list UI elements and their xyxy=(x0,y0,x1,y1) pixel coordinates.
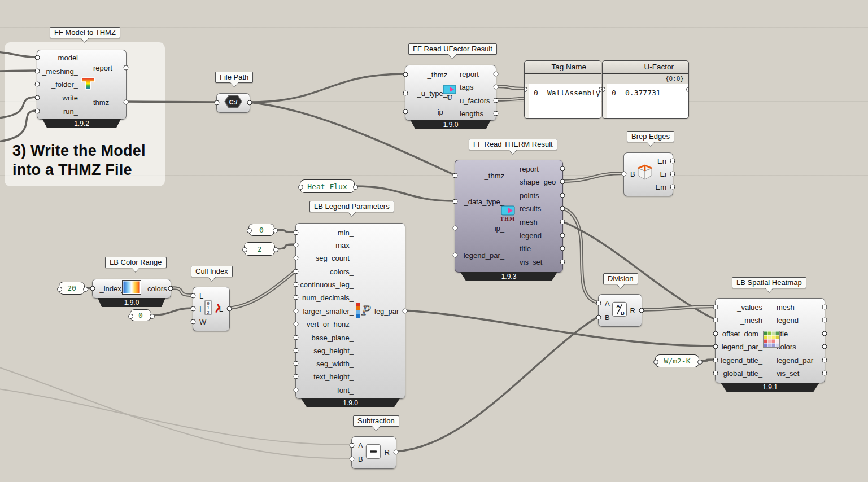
wire[interactable] xyxy=(229,271,295,308)
panel-p2[interactable]: 2 xyxy=(244,242,275,256)
output-port-lengths[interactable] xyxy=(494,111,499,116)
input-port-run_[interactable] xyxy=(35,109,40,114)
input-port-max_[interactable] xyxy=(294,243,299,248)
output-port-legend[interactable] xyxy=(822,318,827,323)
output-port-title[interactable] xyxy=(560,246,565,251)
output-port-R[interactable] xyxy=(639,308,644,313)
output-port-filepath[interactable] xyxy=(247,100,252,106)
output-port-report[interactable] xyxy=(494,72,499,77)
input-port-_folder_[interactable] xyxy=(35,82,40,87)
in-port-p0b[interactable] xyxy=(128,314,133,319)
output-port-tags[interactable] xyxy=(494,85,499,90)
output-port-colors[interactable] xyxy=(822,344,827,349)
output-port-title[interactable] xyxy=(822,331,827,336)
output-port-Em[interactable] xyxy=(670,185,675,190)
input-port-ip_[interactable] xyxy=(403,109,408,115)
input-port-_u_type_[interactable] xyxy=(403,91,408,96)
out-port-t_uf[interactable] xyxy=(686,87,689,92)
output-port-L[interactable] xyxy=(227,306,232,312)
in-port-wm2k[interactable] xyxy=(653,360,658,365)
wire[interactable] xyxy=(151,308,193,316)
component-crange[interactable]: _index_colors 1.9.0 xyxy=(92,279,171,299)
input-port-legend_par_[interactable] xyxy=(453,253,458,258)
panel-heatflux[interactable]: Heat Flux xyxy=(300,179,355,193)
in-port-p2[interactable] xyxy=(242,247,247,252)
output-port-u_factors[interactable] xyxy=(494,98,499,103)
panel-p0a[interactable]: 0 xyxy=(248,224,274,236)
input-port-vert_or_horiz_[interactable] xyxy=(294,322,299,327)
wire[interactable] xyxy=(355,186,455,201)
input-port-B[interactable] xyxy=(596,315,601,320)
wire[interactable] xyxy=(0,71,37,71)
wire[interactable] xyxy=(0,97,37,119)
input-port-L[interactable] xyxy=(191,293,196,299)
input-port-I[interactable] xyxy=(191,306,196,312)
grasshopper-canvas[interactable]: 3) Write the Model into a THMZ File _mod… xyxy=(0,0,868,482)
wire[interactable] xyxy=(395,317,598,452)
input-port-min_[interactable] xyxy=(294,230,299,235)
input-port-filepath[interactable] xyxy=(215,100,220,106)
out-port-p0b[interactable] xyxy=(150,314,155,319)
out-port-p0a[interactable] xyxy=(273,228,278,233)
input-port-_meshing_[interactable] xyxy=(35,69,40,74)
panel-wm2k[interactable]: W/m2-K xyxy=(655,354,699,367)
input-port-num_decimals_[interactable] xyxy=(294,295,299,300)
input-port-A[interactable] xyxy=(596,301,601,306)
input-port-ip_[interactable] xyxy=(453,226,458,231)
data-panel-t_tag[interactable]: Tag Name0WallAssembly xyxy=(524,60,601,119)
input-port-_thmz[interactable] xyxy=(453,173,458,178)
input-port-_model[interactable] xyxy=(35,55,40,60)
input-port-seg_height_[interactable] xyxy=(294,348,299,353)
input-port-continuous_leg_[interactable] xyxy=(294,282,299,287)
input-port-_thmz[interactable] xyxy=(403,72,408,77)
out-port-p20[interactable] xyxy=(83,287,88,292)
component-heatmap[interactable]: _values_meshoffset_dom_legend_par_legend… xyxy=(715,298,825,383)
input-port-_write[interactable] xyxy=(35,95,40,100)
input-port-_index_[interactable] xyxy=(90,286,95,291)
wire[interactable] xyxy=(0,52,37,57)
in-port-p20[interactable] xyxy=(57,287,62,292)
wire[interactable] xyxy=(249,74,405,102)
in-port-p0a[interactable] xyxy=(247,228,252,233)
output-port-mesh[interactable] xyxy=(822,305,827,310)
in-port-heatflux[interactable] xyxy=(298,185,303,190)
input-port-legend_title_[interactable] xyxy=(713,358,718,363)
output-port-report[interactable] xyxy=(124,65,129,71)
input-port-B[interactable] xyxy=(350,457,355,462)
input-port-A[interactable] xyxy=(350,443,355,448)
wire[interactable] xyxy=(0,111,37,142)
output-port-legend[interactable] xyxy=(560,233,565,238)
out-port-p2[interactable] xyxy=(273,247,278,252)
input-port-seg_width_[interactable] xyxy=(294,361,299,366)
out-port-heatflux[interactable] xyxy=(353,185,358,190)
output-port-En[interactable] xyxy=(670,159,675,164)
output-port-colors[interactable] xyxy=(168,286,173,291)
component-therm[interactable]: _thmz_data_type_ip_legend_par_reportshap… xyxy=(455,160,563,273)
wire[interactable] xyxy=(404,310,715,346)
input-port-base_plane_[interactable] xyxy=(294,335,299,340)
wire[interactable] xyxy=(562,208,598,303)
data-panel-t_uf[interactable]: U-Factor{0;0}00.377731 xyxy=(602,60,689,119)
output-port-mesh[interactable] xyxy=(560,220,565,225)
out-port-wm2k[interactable] xyxy=(697,360,703,365)
input-port-colors_[interactable] xyxy=(294,269,299,274)
output-port-thmz[interactable] xyxy=(124,100,129,105)
component-subtraction[interactable]: ABR xyxy=(351,436,396,469)
input-port-larger_smaller_[interactable] xyxy=(294,309,299,314)
input-port-B[interactable] xyxy=(622,172,627,177)
wire[interactable] xyxy=(125,102,216,102)
output-port-shape_geo[interactable] xyxy=(560,179,565,185)
output-port-Ei[interactable] xyxy=(670,172,675,177)
output-port-legend_par[interactable] xyxy=(822,358,827,363)
output-port-vis_set[interactable] xyxy=(560,260,565,265)
wire[interactable] xyxy=(229,271,295,308)
component-brep[interactable]: BEnEiEm xyxy=(623,152,673,196)
input-port-_data_type_[interactable] xyxy=(453,199,458,204)
panel-p0b[interactable]: 0 xyxy=(130,309,151,321)
component-cull[interactable]: LIWL 0 1 2 ✗ xyxy=(193,287,230,331)
input-port-_mesh[interactable] xyxy=(713,318,718,323)
output-port-R[interactable] xyxy=(394,450,399,455)
output-port-vis_set[interactable] xyxy=(822,371,827,376)
component-ufactor[interactable]: _thmz_u_type_ip_reporttagsu_factorslengt… xyxy=(405,65,496,121)
panel-p20[interactable]: 20 xyxy=(59,282,85,295)
